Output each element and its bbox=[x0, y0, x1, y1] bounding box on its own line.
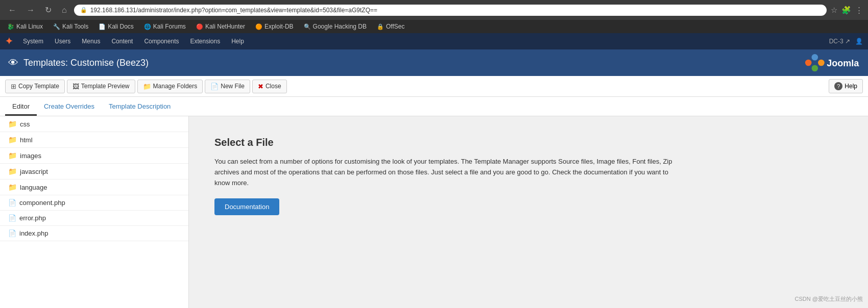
nav-menus[interactable]: Menus bbox=[77, 35, 105, 48]
copy-template-label: Copy Template bbox=[18, 83, 59, 90]
bookmark-offsec[interactable]: 🔒 OffSec bbox=[375, 22, 406, 31]
tab-create-overrides[interactable]: Create Overrides bbox=[37, 98, 102, 116]
svg-point-1 bbox=[812, 54, 818, 61]
google-hacking-icon: 🔍 bbox=[304, 23, 311, 30]
bookmark-exploit-db[interactable]: 🟠 Exploit-DB bbox=[253, 22, 296, 31]
select-file-title: Select a File bbox=[214, 137, 274, 148]
file-index-php[interactable]: 📄 index.php bbox=[0, 226, 188, 241]
offsec-icon: 🔒 bbox=[377, 23, 384, 30]
lock-icon: 🔒 bbox=[80, 7, 87, 13]
page-header-title-area: 👁 Templates: Customise (Beez3) bbox=[8, 57, 149, 69]
main-content: 📁 css 📁 html 📁 images 📁 javascript 📁 lan… bbox=[0, 116, 868, 308]
url-text: 192.168.186.131/administrator/index.php?… bbox=[90, 7, 821, 14]
close-icon: ✖ bbox=[258, 83, 263, 90]
template-preview-label: Template Preview bbox=[81, 83, 130, 90]
menu-icon[interactable]: ⋮ bbox=[855, 6, 863, 15]
folder-css-label: css bbox=[20, 120, 30, 128]
kali-forums-label: Kali Forums bbox=[153, 23, 186, 30]
folder-css[interactable]: 📁 css bbox=[0, 116, 188, 132]
new-file-button[interactable]: 📄 New File bbox=[205, 80, 250, 93]
joomla-logo-svg: Joomla! bbox=[805, 54, 860, 72]
bookmarks-bar: 🐉 Kali Linux 🔧 Kali Tools 📄 Kali Docs 🌐 … bbox=[0, 20, 868, 33]
kali-linux-icon: 🐉 bbox=[7, 23, 14, 30]
nav-users[interactable]: Users bbox=[50, 35, 76, 48]
right-panel: Select a File You can select from a numb… bbox=[189, 116, 868, 308]
svg-point-3 bbox=[812, 65, 818, 72]
tab-template-description[interactable]: Template Description bbox=[102, 98, 178, 116]
kali-docs-label: Kali Docs bbox=[108, 23, 134, 30]
file-icon-index: 📄 bbox=[8, 229, 16, 237]
folder-icon-images: 📁 bbox=[8, 151, 17, 160]
page-header: 👁 Templates: Customise (Beez3) Joomla! bbox=[0, 49, 868, 76]
copy-template-button[interactable]: ⊞ Copy Template bbox=[5, 80, 65, 93]
file-tree-sidebar: 📁 css 📁 html 📁 images 📁 javascript 📁 lan… bbox=[0, 116, 189, 308]
templates-eye-icon: 👁 bbox=[8, 57, 18, 69]
new-file-label: New File bbox=[221, 83, 245, 90]
file-error-label: error.php bbox=[19, 214, 46, 222]
toolbar-buttons: ⊞ Copy Template 🖼 Template Preview 📁 Man… bbox=[5, 80, 287, 93]
new-file-icon: 📄 bbox=[210, 83, 219, 90]
nav-system[interactable]: System bbox=[18, 35, 49, 48]
bookmark-kali-nethunter[interactable]: 🔴 Kali NetHunter bbox=[194, 22, 247, 31]
back-button[interactable]: ← bbox=[5, 5, 19, 16]
kali-tools-icon: 🔧 bbox=[53, 23, 60, 30]
nav-help[interactable]: Help bbox=[226, 35, 249, 48]
help-label: Help bbox=[845, 83, 857, 90]
bookmark-star-icon[interactable]: ☆ bbox=[831, 6, 837, 15]
manage-folders-icon: 📁 bbox=[143, 83, 151, 90]
help-button[interactable]: ? Help bbox=[829, 79, 863, 93]
browser-chrome: ← → ↻ ⌂ 🔒 192.168.186.131/administrator/… bbox=[0, 0, 868, 20]
nav-components[interactable]: Components bbox=[139, 35, 184, 48]
folder-icon-html: 📁 bbox=[8, 136, 17, 144]
forward-button[interactable]: → bbox=[23, 5, 38, 16]
folder-icon-javascript: 📁 bbox=[8, 167, 17, 175]
watermark: CSDN @爱吃土豆丝的小熊 bbox=[795, 295, 863, 303]
reload-button[interactable]: ↻ bbox=[42, 4, 55, 16]
file-error-php[interactable]: 📄 error.php bbox=[0, 211, 188, 226]
nav-extensions[interactable]: Extensions bbox=[185, 35, 225, 48]
folder-html-label: html bbox=[20, 136, 33, 144]
folder-icon-css: 📁 bbox=[8, 120, 17, 128]
manage-folders-button[interactable]: 📁 Manage Folders bbox=[137, 80, 203, 93]
folder-images[interactable]: 📁 images bbox=[0, 148, 188, 164]
nav-content[interactable]: Content bbox=[106, 35, 138, 48]
joomla-topnav: ✦ System Users Menus Content Components … bbox=[0, 33, 868, 49]
bookmark-kali-linux[interactable]: 🐉 Kali Linux bbox=[5, 22, 45, 31]
svg-point-0 bbox=[805, 60, 812, 66]
bookmark-google-hacking[interactable]: 🔍 Google Hacking DB bbox=[302, 22, 369, 31]
extensions-icon[interactable]: 🧩 bbox=[841, 6, 851, 15]
bookmark-kali-docs[interactable]: 📄 Kali Docs bbox=[97, 22, 136, 31]
tabs-bar: Editor Create Overrides Template Descrip… bbox=[0, 97, 868, 116]
folder-images-label: images bbox=[20, 152, 41, 160]
help-circle-icon: ? bbox=[834, 82, 842, 90]
folder-html[interactable]: 📁 html bbox=[0, 132, 188, 148]
file-component-label: component.php bbox=[19, 199, 65, 207]
folder-language[interactable]: 📁 language bbox=[0, 179, 188, 195]
bookmark-kali-forums[interactable]: 🌐 Kali Forums bbox=[142, 22, 188, 31]
bookmark-kali-tools[interactable]: 🔧 Kali Tools bbox=[51, 22, 90, 31]
joomla-small-logo: ✦ bbox=[5, 36, 13, 47]
close-button[interactable]: ✖ Close bbox=[252, 80, 287, 93]
select-file-description: You can select from a number of options … bbox=[214, 157, 674, 188]
kali-docs-icon: 📄 bbox=[99, 23, 106, 30]
folder-icon-language: 📁 bbox=[8, 183, 17, 191]
kali-nethunter-label: Kali NetHunter bbox=[205, 23, 245, 30]
user-icon[interactable]: 👤 bbox=[855, 38, 863, 45]
toolbar: ⊞ Copy Template 🖼 Template Preview 📁 Man… bbox=[0, 76, 868, 97]
copy-template-icon: ⊞ bbox=[11, 83, 16, 90]
exploit-db-label: Exploit-DB bbox=[264, 23, 294, 30]
page-title: Templates: Customise (Beez3) bbox=[23, 58, 149, 68]
address-bar[interactable]: 🔒 192.168.186.131/administrator/index.ph… bbox=[74, 5, 827, 16]
folder-language-label: language bbox=[20, 184, 47, 191]
dc3-link[interactable]: DC-3 ↗ bbox=[829, 38, 850, 45]
topnav-left: ✦ System Users Menus Content Components … bbox=[5, 35, 249, 48]
topnav-right: DC-3 ↗ 👤 bbox=[829, 38, 863, 45]
documentation-button[interactable]: Documentation bbox=[214, 198, 279, 215]
exploit-db-icon: 🟠 bbox=[255, 23, 262, 30]
template-preview-button[interactable]: 🖼 Template Preview bbox=[67, 80, 135, 93]
tab-editor[interactable]: Editor bbox=[5, 98, 37, 116]
template-preview-icon: 🖼 bbox=[73, 83, 79, 90]
file-component-php[interactable]: 📄 component.php bbox=[0, 195, 188, 211]
folder-javascript[interactable]: 📁 javascript bbox=[0, 164, 188, 179]
home-button[interactable]: ⌂ bbox=[59, 5, 70, 16]
